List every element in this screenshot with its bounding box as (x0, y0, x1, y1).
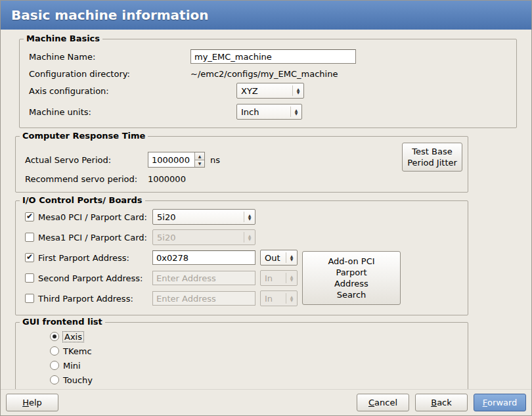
machine-units-value: Inch (237, 107, 290, 117)
machine-units-select[interactable]: Inch ▲▼ (236, 104, 302, 120)
page-title: Basic machine information (11, 7, 209, 23)
third-parport-label: Third Parport Address: (38, 294, 152, 304)
machine-units-row: Machine units: Inch ▲▼ (20, 103, 516, 121)
mesa1-checkbox[interactable] (25, 233, 34, 242)
spin-up-icon[interactable]: ▲ (195, 152, 204, 160)
recommend-period-row: Recommend servo period: 1000000 (16, 171, 468, 187)
second-parport-checkbox[interactable] (25, 273, 34, 283)
first-parport-direction-select[interactable]: Out ▲▼ (260, 250, 298, 266)
response-time-section: Computer Response Time Actual Servo Peri… (15, 136, 468, 193)
servo-period-value: 1000000 (148, 152, 194, 167)
forward-button[interactable]: Forward (474, 394, 526, 411)
machine-units-label: Machine units: (29, 107, 190, 117)
first-parport-address-input[interactable] (152, 250, 255, 265)
third-parport-address-input (152, 291, 255, 306)
axis-radio[interactable] (50, 332, 59, 341)
config-dir-row: Configuration directory: ~/emc2/configs/… (20, 66, 516, 81)
recommend-period-label: Recommend servo period: (25, 174, 148, 184)
second-parport-label: Second Parport Address: (38, 273, 152, 283)
gui-option-touchy[interactable]: Touchy (16, 373, 468, 387)
machine-basics-section: Machine Basics Machine Name: Configurati… (19, 39, 517, 128)
mesa1-row: Mesa1 PCI / Parport Card: 5i20 ▲▼ (16, 229, 468, 245)
recommend-period-value: 1000000 (148, 174, 186, 184)
machine-name-label: Machine Name: (29, 52, 190, 62)
gui-option-axis[interactable]: Axis (16, 329, 468, 344)
addon-pci-search-button[interactable]: Add-on PCI Parport Address Search (302, 251, 401, 305)
mesa1-label: Mesa1 PCI / Parport Card: (38, 233, 152, 243)
combo-arrows-icon: ▲▼ (286, 275, 297, 281)
config-dir-label: Configuration directory: (29, 69, 190, 79)
combo-arrows-icon: ▲▼ (286, 254, 297, 261)
second-parport-address-input (152, 271, 255, 285)
gui-option-mini[interactable]: Mini (16, 358, 468, 373)
back-button[interactable]: Back (415, 394, 468, 411)
axis-config-select[interactable]: XYZ ▲▼ (236, 83, 304, 99)
combo-arrows-icon: ▲▼ (286, 295, 297, 302)
axis-config-value: XYZ (237, 86, 292, 96)
combo-arrows-icon: ▲▼ (244, 214, 255, 220)
touchy-radio-label: Touchy (63, 375, 93, 385)
cancel-button[interactable]: Cancel (357, 394, 409, 411)
action-bar: Help Cancel Back Forward (1, 389, 531, 415)
axis-radio-label: Axis (63, 332, 83, 342)
first-parport-label: First Parport Address: (38, 253, 152, 263)
axis-config-label: Axis configuration: (29, 86, 190, 96)
tkemc-radio[interactable] (50, 346, 59, 356)
second-parport-direction-select: In ▲▼ (260, 270, 298, 286)
third-parport-direction-select: In ▲▼ (260, 290, 298, 306)
combo-arrows-icon: ▲▼ (291, 108, 301, 115)
mini-radio-label: Mini (63, 361, 81, 371)
mesa1-card-select: 5i20 ▲▼ (152, 229, 255, 245)
combo-arrows-icon: ▲▼ (244, 234, 255, 241)
touchy-radio[interactable] (50, 375, 59, 384)
gui-option-tkemc[interactable]: TKemc (16, 344, 468, 358)
mesa0-label: Mesa0 PCI / Parport Card: (38, 212, 152, 222)
first-parport-checkbox[interactable] (25, 253, 34, 262)
response-time-legend: Computer Response Time (20, 131, 148, 141)
test-base-period-jitter-button[interactable]: Test Base Period Jitter (402, 143, 462, 172)
axis-config-row: Axis configuration: XYZ ▲▼ (20, 81, 516, 100)
mesa0-row: Mesa0 PCI / Parport Card: 5i20 ▲▼ (16, 209, 468, 225)
help-button[interactable]: Help (6, 394, 58, 411)
io-ports-section: I/O Control Ports/ Boards Mesa0 PCI / Pa… (15, 200, 468, 315)
servo-period-label: Actual Servo Period: (25, 155, 148, 165)
tkemc-radio-label: TKemc (63, 346, 92, 356)
gui-frontend-legend: GUI frontend list (20, 317, 105, 327)
mesa0-checkbox[interactable] (25, 212, 34, 221)
machine-name-row: Machine Name: (20, 47, 516, 66)
mesa0-card-select[interactable]: 5i20 ▲▼ (152, 209, 255, 225)
third-parport-checkbox[interactable] (25, 294, 34, 303)
config-dir-value: ~/emc2/configs/my_EMC_machine (190, 69, 338, 79)
servo-period-spinner[interactable]: 1000000 ▲ ▼ (148, 152, 205, 168)
mini-radio[interactable] (50, 361, 59, 370)
header-bar: Basic machine information (1, 1, 531, 30)
io-ports-legend: I/O Control Ports/ Boards (20, 195, 145, 205)
servo-period-unit: ns (210, 155, 220, 165)
machine-basics-legend: Machine Basics (24, 34, 102, 43)
wizard-window: { "window": { "title": "Basic machine in… (0, 0, 532, 416)
gui-frontend-section: GUI frontend list Axis TKemc Mini Touchy (15, 322, 468, 393)
combo-arrows-icon: ▲▼ (293, 87, 303, 94)
machine-name-input[interactable] (190, 49, 356, 64)
spin-down-icon[interactable]: ▼ (195, 160, 204, 168)
content-area: Machine Basics Machine Name: Configurati… (1, 30, 531, 393)
servo-period-row: Actual Servo Period: 1000000 ▲ ▼ ns (16, 151, 468, 168)
